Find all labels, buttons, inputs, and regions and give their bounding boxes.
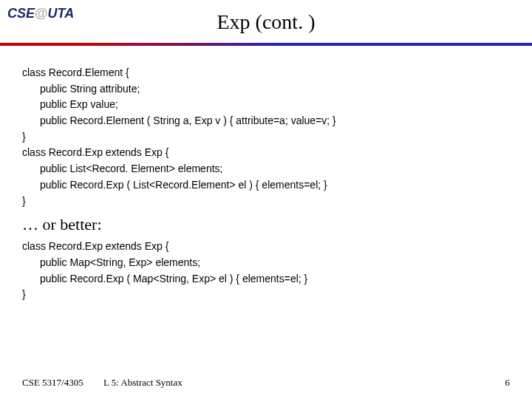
logo: CSE@UTA (7, 6, 74, 21)
code-line: public Record.Element ( String a, Exp v … (22, 113, 510, 129)
code-line: public Record.Exp ( List<Record.Element>… (22, 177, 510, 194)
logo-at: @ (35, 6, 48, 21)
logo-left: CSE (7, 6, 35, 21)
page-title: Exp (cont. ) (0, 0, 532, 34)
code-line: class Record.Exp extends Exp { (22, 239, 510, 255)
code-line: } (22, 194, 510, 210)
code-line: public Map<String, Exp> elements; (22, 255, 510, 271)
footer-page-number: 6 (505, 377, 511, 389)
slide-body: class Record.Element { public String att… (0, 52, 532, 303)
code-line: } (22, 287, 510, 303)
footer-course: CSE 5317/4305 (22, 377, 83, 389)
footer-topic: L 5: Abstract Syntax (103, 377, 183, 389)
divider (0, 43, 532, 46)
code-line: class Record.Exp extends Exp { (22, 145, 510, 161)
code-line: public Exp value; (22, 97, 510, 113)
code-line: public List<Record. Element> elements; (22, 161, 510, 177)
code-line: public Record.Exp ( Map<String, Exp> el … (22, 271, 510, 287)
code-line: } (22, 129, 510, 146)
code-line: class Record.Element { (22, 65, 510, 81)
code-line: public String attribute; (22, 81, 510, 98)
logo-right: UTA (48, 6, 75, 21)
or-better-text: … or better: (22, 209, 510, 239)
slide-header: CSE@UTA Exp (cont. ) (0, 0, 532, 52)
